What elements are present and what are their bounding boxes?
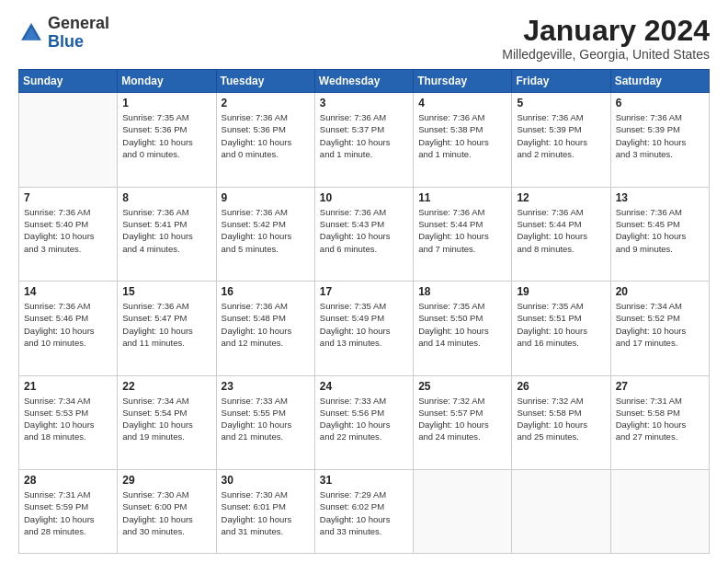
day-number: 14 xyxy=(24,285,112,298)
day-number: 7 xyxy=(24,191,112,204)
calendar-cell: 13Sunrise: 7:36 AM Sunset: 5:45 PM Dayli… xyxy=(610,187,709,281)
day-number: 4 xyxy=(418,97,506,109)
page: General Blue January 2024 Milledgeville,… xyxy=(0,0,728,563)
calendar-cell: 3Sunrise: 7:36 AM Sunset: 5:37 PM Daylig… xyxy=(314,93,413,187)
weekday-saturday: Saturday xyxy=(610,70,709,93)
calendar-cell: 14Sunrise: 7:36 AM Sunset: 5:46 PM Dayli… xyxy=(19,282,118,375)
weekday-monday: Monday xyxy=(118,70,216,93)
day-info: Sunrise: 7:31 AM Sunset: 5:58 PM Dayligh… xyxy=(616,395,704,443)
weekday-sunday: Sunday xyxy=(19,70,118,93)
day-number: 11 xyxy=(418,191,506,204)
calendar-cell: 23Sunrise: 7:33 AM Sunset: 5:55 PM Dayli… xyxy=(216,375,314,469)
day-number: 28 xyxy=(24,474,112,487)
calendar-cell: 10Sunrise: 7:36 AM Sunset: 5:43 PM Dayli… xyxy=(314,187,413,281)
logo-icon xyxy=(18,20,44,46)
day-info: Sunrise: 7:34 AM Sunset: 5:54 PM Dayligh… xyxy=(122,395,210,443)
day-info: Sunrise: 7:32 AM Sunset: 5:57 PM Dayligh… xyxy=(418,395,506,443)
logo-blue: Blue xyxy=(48,32,84,51)
day-number: 16 xyxy=(222,285,310,298)
calendar-cell: 12Sunrise: 7:36 AM Sunset: 5:44 PM Dayli… xyxy=(512,187,610,281)
day-number: 20 xyxy=(616,285,704,298)
calendar-cell: 9Sunrise: 7:36 AM Sunset: 5:42 PM Daylig… xyxy=(216,187,314,281)
day-info: Sunrise: 7:35 AM Sunset: 5:51 PM Dayligh… xyxy=(517,300,605,349)
day-info: Sunrise: 7:36 AM Sunset: 5:41 PM Dayligh… xyxy=(122,206,210,255)
day-info: Sunrise: 7:30 AM Sunset: 6:01 PM Dayligh… xyxy=(222,488,310,537)
title-month: January 2024 xyxy=(502,15,710,47)
calendar-cell: 29Sunrise: 7:30 AM Sunset: 6:00 PM Dayli… xyxy=(118,469,216,553)
calendar-cell: 2Sunrise: 7:36 AM Sunset: 5:36 PM Daylig… xyxy=(216,93,314,187)
header: General Blue January 2024 Milledgeville,… xyxy=(18,15,710,62)
title-location: Milledgeville, Georgia, United States xyxy=(502,47,710,62)
week-row-2: 7Sunrise: 7:36 AM Sunset: 5:40 PM Daylig… xyxy=(19,187,710,281)
day-info: Sunrise: 7:36 AM Sunset: 5:39 PM Dayligh… xyxy=(517,111,605,160)
day-info: Sunrise: 7:30 AM Sunset: 6:00 PM Dayligh… xyxy=(122,488,210,537)
calendar-cell: 4Sunrise: 7:36 AM Sunset: 5:38 PM Daylig… xyxy=(414,93,512,187)
weekday-tuesday: Tuesday xyxy=(216,70,314,93)
day-info: Sunrise: 7:35 AM Sunset: 5:50 PM Dayligh… xyxy=(418,300,506,349)
calendar-cell: 5Sunrise: 7:36 AM Sunset: 5:39 PM Daylig… xyxy=(512,93,610,187)
day-info: Sunrise: 7:36 AM Sunset: 5:44 PM Dayligh… xyxy=(517,206,605,255)
day-number: 12 xyxy=(517,191,605,204)
day-number: 21 xyxy=(24,380,112,393)
calendar-cell: 27Sunrise: 7:31 AM Sunset: 5:58 PM Dayli… xyxy=(610,375,709,469)
day-number: 15 xyxy=(122,285,210,298)
day-info: Sunrise: 7:36 AM Sunset: 5:39 PM Dayligh… xyxy=(616,111,704,160)
calendar-cell: 19Sunrise: 7:35 AM Sunset: 5:51 PM Dayli… xyxy=(512,282,610,375)
day-info: Sunrise: 7:36 AM Sunset: 5:36 PM Dayligh… xyxy=(222,111,310,160)
calendar-cell: 21Sunrise: 7:34 AM Sunset: 5:53 PM Dayli… xyxy=(19,375,118,469)
calendar-cell xyxy=(610,469,709,553)
calendar-cell: 11Sunrise: 7:36 AM Sunset: 5:44 PM Dayli… xyxy=(414,187,512,281)
calendar-cell: 20Sunrise: 7:34 AM Sunset: 5:52 PM Dayli… xyxy=(610,282,709,375)
day-number: 8 xyxy=(122,191,210,204)
day-number: 22 xyxy=(122,380,210,393)
calendar-cell: 16Sunrise: 7:36 AM Sunset: 5:48 PM Dayli… xyxy=(216,282,314,375)
calendar-cell: 6Sunrise: 7:36 AM Sunset: 5:39 PM Daylig… xyxy=(610,93,709,187)
day-number: 19 xyxy=(517,285,605,298)
calendar-cell: 28Sunrise: 7:31 AM Sunset: 5:59 PM Dayli… xyxy=(19,469,118,553)
week-row-3: 14Sunrise: 7:36 AM Sunset: 5:46 PM Dayli… xyxy=(19,282,710,375)
day-number: 24 xyxy=(320,380,408,393)
day-number: 1 xyxy=(122,97,210,109)
day-info: Sunrise: 7:36 AM Sunset: 5:37 PM Dayligh… xyxy=(320,111,408,160)
calendar-cell: 24Sunrise: 7:33 AM Sunset: 5:56 PM Dayli… xyxy=(314,375,413,469)
day-number: 9 xyxy=(222,191,310,204)
calendar-cell xyxy=(414,469,512,553)
calendar-cell: 17Sunrise: 7:35 AM Sunset: 5:49 PM Dayli… xyxy=(314,282,413,375)
calendar-table: SundayMondayTuesdayWednesdayThursdayFrid… xyxy=(18,69,710,554)
week-row-1: 1Sunrise: 7:35 AM Sunset: 5:36 PM Daylig… xyxy=(19,93,710,187)
calendar-cell: 31Sunrise: 7:29 AM Sunset: 6:02 PM Dayli… xyxy=(314,469,413,553)
day-info: Sunrise: 7:33 AM Sunset: 5:55 PM Dayligh… xyxy=(222,395,310,443)
calendar-cell: 22Sunrise: 7:34 AM Sunset: 5:54 PM Dayli… xyxy=(118,375,216,469)
day-number: 3 xyxy=(320,97,408,109)
week-row-4: 21Sunrise: 7:34 AM Sunset: 5:53 PM Dayli… xyxy=(19,375,710,469)
day-info: Sunrise: 7:35 AM Sunset: 5:36 PM Dayligh… xyxy=(122,111,210,160)
day-info: Sunrise: 7:36 AM Sunset: 5:38 PM Dayligh… xyxy=(418,111,506,160)
calendar-cell: 30Sunrise: 7:30 AM Sunset: 6:01 PM Dayli… xyxy=(216,469,314,553)
day-info: Sunrise: 7:36 AM Sunset: 5:43 PM Dayligh… xyxy=(320,206,408,255)
weekday-wednesday: Wednesday xyxy=(314,70,413,93)
day-number: 13 xyxy=(616,191,704,204)
logo-text: General Blue xyxy=(48,15,109,52)
weekday-thursday: Thursday xyxy=(414,70,512,93)
calendar-cell: 1Sunrise: 7:35 AM Sunset: 5:36 PM Daylig… xyxy=(118,93,216,187)
day-number: 2 xyxy=(222,97,310,109)
week-row-5: 28Sunrise: 7:31 AM Sunset: 5:59 PM Dayli… xyxy=(19,469,710,553)
day-info: Sunrise: 7:36 AM Sunset: 5:48 PM Dayligh… xyxy=(222,300,310,349)
day-number: 17 xyxy=(320,285,408,298)
logo: General Blue xyxy=(18,15,109,52)
day-number: 5 xyxy=(517,97,605,109)
day-number: 6 xyxy=(616,97,704,109)
day-info: Sunrise: 7:34 AM Sunset: 5:53 PM Dayligh… xyxy=(24,395,112,443)
calendar-cell: 8Sunrise: 7:36 AM Sunset: 5:41 PM Daylig… xyxy=(118,187,216,281)
day-number: 27 xyxy=(616,380,704,393)
day-info: Sunrise: 7:36 AM Sunset: 5:45 PM Dayligh… xyxy=(616,206,704,255)
day-number: 25 xyxy=(418,380,506,393)
day-info: Sunrise: 7:31 AM Sunset: 5:59 PM Dayligh… xyxy=(24,488,112,537)
weekday-friday: Friday xyxy=(512,70,610,93)
day-info: Sunrise: 7:34 AM Sunset: 5:52 PM Dayligh… xyxy=(616,300,704,349)
calendar-cell: 25Sunrise: 7:32 AM Sunset: 5:57 PM Dayli… xyxy=(414,375,512,469)
day-info: Sunrise: 7:33 AM Sunset: 5:56 PM Dayligh… xyxy=(320,395,408,443)
calendar-cell: 18Sunrise: 7:35 AM Sunset: 5:50 PM Dayli… xyxy=(414,282,512,375)
calendar-cell: 15Sunrise: 7:36 AM Sunset: 5:47 PM Dayli… xyxy=(118,282,216,375)
day-info: Sunrise: 7:35 AM Sunset: 5:49 PM Dayligh… xyxy=(320,300,408,349)
